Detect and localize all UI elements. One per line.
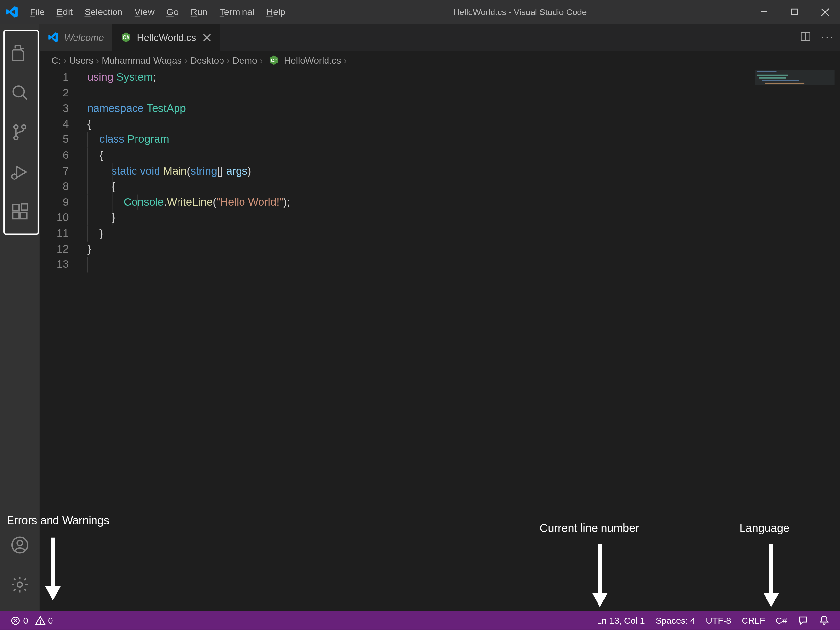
annotation-line-number: Current line number	[540, 522, 639, 535]
breadcrumb-item[interactable]: Users	[69, 55, 93, 65]
menu-terminal[interactable]: Terminal	[214, 0, 261, 24]
menu-help[interactable]: Help	[261, 0, 291, 24]
window-title: HelloWorld.cs - Visual Studio Code	[291, 7, 749, 17]
svg-rect-29	[762, 80, 799, 81]
accounts-icon[interactable]	[0, 525, 40, 565]
svg-point-8	[14, 136, 18, 140]
svg-point-17	[17, 540, 22, 546]
breadcrumb-item[interactable]: Desktop	[190, 55, 224, 65]
breadcrumb-item[interactable]: HelloWorld.cs	[284, 55, 341, 65]
code-content[interactable]: using System; namespace TestApp{ class P…	[81, 69, 840, 611]
close-button[interactable]	[810, 0, 840, 24]
run-debug-icon[interactable]	[0, 152, 40, 192]
chevron-right-icon: ›	[64, 55, 66, 65]
svg-text:C#: C#	[270, 58, 276, 63]
vscode-logo-icon	[0, 5, 24, 18]
svg-text:C#: C#	[123, 35, 129, 40]
error-count: 0	[23, 616, 28, 625]
csharp-icon: C#	[268, 55, 279, 65]
svg-rect-12	[13, 205, 19, 211]
menu-go[interactable]: Go	[161, 0, 185, 24]
tab-label: Welcome	[64, 32, 104, 43]
svg-marker-9	[17, 167, 26, 177]
tab-label: HelloWorld.cs	[137, 32, 196, 43]
vscode-icon	[47, 32, 59, 43]
menu-run[interactable]: Run	[185, 0, 214, 24]
split-editor-icon[interactable]	[800, 30, 812, 45]
chevron-right-icon: ›	[227, 55, 230, 65]
svg-marker-34	[592, 592, 608, 607]
menu-view[interactable]: View	[129, 0, 161, 24]
annotation-language: Language	[740, 522, 789, 535]
breadcrumb-item[interactable]: Muhammad Waqas	[102, 55, 182, 65]
svg-line-5	[23, 95, 27, 99]
breadcrumb-item[interactable]: C:	[52, 55, 61, 65]
chevron-right-icon: ›	[185, 55, 187, 65]
svg-point-7	[14, 125, 18, 129]
maximize-button[interactable]	[779, 0, 810, 24]
status-line-col[interactable]: Ln 13, Col 1	[592, 611, 651, 630]
csharp-icon: C#	[120, 32, 131, 43]
tab-helloworld-cs[interactable]: C#HelloWorld.cs	[112, 24, 221, 51]
warning-icon	[35, 615, 45, 626]
arrow-down-icon	[590, 541, 609, 607]
svg-point-6	[22, 125, 25, 129]
menu-bar: FileEditSelectionViewGoRunTerminalHelp	[24, 0, 291, 24]
svg-rect-26	[757, 71, 776, 72]
svg-marker-32	[45, 586, 61, 600]
status-bar: 0 0 Ln 13, Col 1 Spaces: 4 UTF-8 CRLF C#	[0, 611, 840, 630]
minimize-button[interactable]	[749, 0, 779, 24]
explorer-icon[interactable]	[0, 33, 40, 73]
svg-rect-15	[21, 204, 28, 210]
svg-rect-27	[757, 75, 788, 76]
status-eol[interactable]: CRLF	[736, 611, 770, 630]
svg-rect-30	[764, 83, 804, 84]
svg-rect-14	[21, 212, 27, 218]
svg-marker-36	[763, 592, 779, 607]
tab-bar: WelcomeC#HelloWorld.cs ···	[40, 24, 840, 51]
search-icon[interactable]	[0, 73, 40, 112]
line-numbers: 12345678910111213	[40, 69, 81, 611]
tab-welcome[interactable]: Welcome	[40, 24, 112, 51]
status-errors-warnings[interactable]: 0 0	[5, 611, 58, 630]
status-indentation[interactable]: Spaces: 4	[651, 611, 701, 630]
svg-rect-13	[13, 212, 19, 218]
settings-gear-icon[interactable]	[0, 565, 40, 605]
menu-edit[interactable]: Edit	[51, 0, 79, 24]
status-language[interactable]: C#	[771, 611, 793, 630]
arrow-down-icon	[761, 541, 781, 607]
status-encoding[interactable]: UTF-8	[701, 611, 736, 630]
code-editor[interactable]: 12345678910111213 using System; namespac…	[40, 69, 840, 611]
breadcrumbs[interactable]: C:›Users›Muhammad Waqas›Desktop›Demo›C#H…	[40, 51, 840, 69]
chevron-right-icon: ›	[344, 55, 346, 65]
extensions-icon[interactable]	[0, 192, 40, 232]
warning-count: 0	[48, 616, 53, 625]
close-tab-icon[interactable]	[203, 33, 212, 42]
error-icon	[11, 616, 21, 625]
menu-file[interactable]: File	[24, 0, 51, 24]
svg-point-18	[17, 582, 22, 587]
svg-point-41	[40, 623, 40, 624]
source-control-icon[interactable]	[0, 112, 40, 152]
window-controls	[749, 0, 840, 24]
svg-point-4	[13, 86, 24, 97]
status-feedback-icon[interactable]	[793, 611, 814, 630]
menu-selection[interactable]: Selection	[79, 0, 128, 24]
chevron-right-icon: ›	[96, 55, 99, 65]
more-actions-icon[interactable]: ···	[821, 30, 834, 44]
annotation-errors-warnings: Errors and Warnings	[6, 515, 109, 527]
status-notifications-icon[interactable]	[813, 611, 835, 630]
minimap[interactable]	[755, 69, 835, 109]
svg-rect-1	[791, 9, 797, 15]
arrow-down-icon	[43, 535, 63, 601]
chevron-right-icon: ›	[260, 55, 263, 65]
title-bar: FileEditSelectionViewGoRunTerminalHelp H…	[0, 0, 840, 24]
svg-rect-28	[759, 77, 786, 79]
breadcrumb-item[interactable]: Demo	[232, 55, 257, 65]
